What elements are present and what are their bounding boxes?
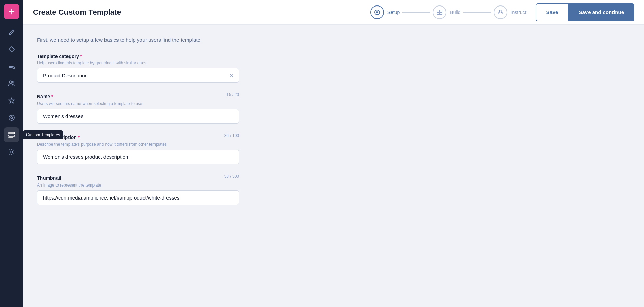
name-field-row: Name * 15 / 20 [37,92,239,99]
name-hint: Users will see this name when selecting … [37,101,239,106]
svg-rect-8 [9,132,15,134]
instruct-step-label: Instruct [511,10,527,15]
svg-rect-17 [440,13,442,15]
thumbnail-field-row: Thumbnail 58 / 500 [37,174,239,181]
svg-point-3 [10,81,12,84]
category-required: * [80,54,82,59]
setup-step-icon [370,5,384,19]
sidebar: Custom Templates [0,0,23,307]
description-input-wrapper [37,150,239,164]
thumbnail-label: Thumbnail [37,175,61,181]
category-input[interactable] [37,68,239,83]
category-input-wrapper: ✕ [37,68,239,83]
form-content: First, we need to setup a few basics to … [23,25,644,307]
step-line-2 [463,12,491,13]
instruct-step-icon [494,5,507,19]
page-title: Create Custom Template [33,8,370,17]
intro-text: First, we need to setup a few basics to … [37,37,630,43]
name-input[interactable] [37,109,239,124]
svg-point-11 [11,151,13,153]
templates-icon[interactable] [4,127,19,142]
save-and-continue-button[interactable]: Save and continue [568,3,634,21]
name-input-wrapper [37,109,239,124]
form-section: Template category * Help users find this… [37,54,239,205]
steps-nav: Setup Build [370,5,527,19]
campaign-icon[interactable] [4,59,19,74]
description-counter: 36 / 100 [224,133,239,138]
description-hint: Describe the template's purpose and how … [37,142,239,147]
svg-point-18 [499,10,501,12]
svg-rect-15 [440,10,442,12]
category-field-group: Template category * Help users find this… [37,54,239,83]
users-icon[interactable] [4,76,19,91]
settings-icon[interactable] [4,144,19,159]
step-line-1 [402,12,430,13]
build-step-label: Build [450,10,460,15]
name-counter: 15 / 20 [226,92,239,97]
step-build[interactable]: Build [433,5,460,19]
svg-point-2 [13,67,15,69]
step-setup[interactable]: Setup [370,5,400,19]
description-input[interactable] [37,150,239,164]
description-label: Short description * [37,135,80,140]
thumbnail-hint: An image to represent the template [37,183,239,188]
name-label: Name * [37,94,53,99]
description-field-row: Short description * 36 / 100 [37,133,239,140]
name-field-group: Name * 15 / 20 Users will see this name … [37,92,239,124]
description-required: * [78,135,80,140]
main-content: Create Custom Template Setup [23,0,644,307]
thumbnail-field-group: Thumbnail 58 / 500 An image to represent… [37,174,239,205]
category-clear-button[interactable]: ✕ [228,71,235,80]
svg-point-4 [13,81,14,83]
thumbnail-input[interactable] [37,190,239,205]
svg-rect-16 [437,13,439,15]
add-button[interactable] [4,4,19,19]
step-instruct[interactable]: Instruct [494,5,527,19]
description-field-group: Short description * 36 / 100 Describe th… [37,133,239,164]
svg-rect-14 [437,10,439,12]
tag-icon[interactable] [4,42,19,57]
thumbnail-input-wrapper [37,190,239,205]
svg-rect-9 [9,135,15,136]
setup-step-label: Setup [387,10,400,15]
svg-point-6 [11,117,13,119]
topbar: Create Custom Template Setup [23,0,644,25]
build-step-icon [433,5,446,19]
category-hint: Help users find this template by groupin… [37,61,239,65]
svg-point-13 [376,11,378,13]
analytics-icon[interactable] [4,110,19,125]
compose-icon[interactable] [4,25,19,40]
star-icon[interactable] [4,93,19,108]
category-label: Template category * [37,54,239,59]
save-button[interactable]: Save [536,3,568,21]
name-required: * [51,94,53,99]
thumbnail-counter: 58 / 500 [224,174,239,179]
action-buttons: Save Save and continue [536,3,634,21]
